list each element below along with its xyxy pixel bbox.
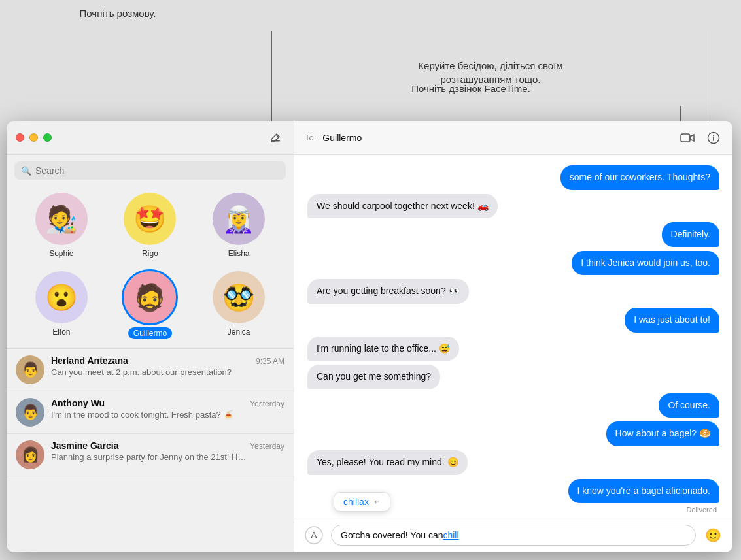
search-input[interactable]	[35, 165, 279, 176]
message-1: some of our coworkers. Thoughts?	[307, 165, 719, 190]
annotation-line-manage	[708, 31, 708, 123]
input-text-highlight: chill	[443, 530, 458, 540]
conv-name-anthony: Anthony Wu	[51, 398, 105, 408]
conv-item-herland[interactable]: 👨 Herland Antezana 9:35 AM Can you meet …	[7, 349, 294, 391]
avatar-elisha: 🧝‍♀️	[213, 193, 265, 245]
message-9: Of course.	[307, 393, 719, 418]
message-7: I'm running late to the office... 😅	[307, 337, 719, 361]
conv-content-jasmine: Jasmine Garcia Yesterday Planning a surp…	[51, 440, 284, 462]
avatar-elton: 😮	[35, 271, 88, 323]
annotation-line-compose	[271, 31, 272, 123]
message-8: Can you get me something?	[307, 365, 719, 389]
maximize-button[interactable]	[43, 133, 52, 142]
info-button[interactable]	[705, 129, 722, 146]
pinned-row-1: 🧑‍🎨 Sophie 🤩 Rigo 🧝‍♀️ Elisha	[7, 186, 294, 265]
chat-header: To: Guillermo	[294, 121, 732, 155]
message-11: Yes, please! You read my mind. 😊	[307, 450, 719, 475]
conv-preview-herland: Can you meet at 2 p.m. about our present…	[51, 367, 247, 377]
annotation-compose: Почніть розмову.	[46, 7, 190, 20]
close-button[interactable]	[16, 133, 24, 142]
traffic-lights	[16, 133, 52, 142]
conversation-list: 👨 Herland Antezana 9:35 AM Can you meet …	[7, 349, 294, 552]
message-input-display[interactable]: Gotcha covered! You can chill	[331, 525, 696, 546]
search-icon: 🔍	[21, 166, 31, 176]
bubble-7: I'm running late to the office... 😅	[307, 337, 459, 361]
message-6: I was just about to!	[307, 308, 719, 333]
pinned-contact-sophie[interactable]: 🧑‍🎨 Sophie	[35, 193, 88, 258]
bubble-10: How about a bagel? 🥯	[606, 421, 719, 446]
emoji-button[interactable]: 🙂	[702, 525, 723, 546]
autocomplete-return-icon: ↵	[374, 497, 381, 506]
svg-rect-2	[681, 134, 690, 142]
avatar-sophie: 🧑‍🎨	[35, 193, 88, 245]
pinned-row-2: 😮 Elton 🧔 Guillermo 🥸 Jenica	[7, 265, 294, 349]
titlebar	[7, 121, 294, 155]
annotation-facetime: Почніть дзвінок FaceTime.	[379, 82, 562, 95]
chat-panel: To: Guillermo	[294, 121, 732, 552]
autocomplete-word: chillax	[343, 497, 369, 507]
pinned-contact-guillermo[interactable]: 🧔 Guillermo	[124, 271, 176, 339]
bubble-9: Of course.	[659, 393, 719, 418]
search-bar[interactable]: 🔍	[14, 161, 286, 180]
avatar-jenica: 🥸	[213, 271, 265, 323]
conv-name-herland: Herland Antezana	[51, 355, 128, 366]
sidebar: 🔍 🧑‍🎨 Sophie 🤩 Rigo 🧝‍♀️ Elis	[7, 121, 294, 552]
message-5: Are you getting breakfast soon? 👀	[307, 279, 719, 304]
bubble-1: some of our coworkers. Thoughts?	[560, 165, 719, 190]
message-10: How about a bagel? 🥯	[307, 421, 719, 446]
compose-button[interactable]	[266, 129, 284, 147]
conv-content-herland: Herland Antezana 9:35 AM Can you meet at…	[51, 355, 284, 377]
contact-name-guillermo: Guillermo	[128, 327, 172, 339]
contact-name-sophie: Sophie	[49, 249, 73, 258]
conv-header-jasmine: Jasmine Garcia Yesterday	[51, 440, 284, 451]
chat-recipient: Guillermo	[322, 133, 672, 143]
bubble-11: Yes, please! You read my mind. 😊	[307, 450, 468, 475]
conv-time-anthony: Yesterday	[250, 399, 284, 408]
conv-item-jasmine[interactable]: 👩 Jasmine Garcia Yesterday Planning a su…	[7, 434, 294, 476]
conv-preview-jasmine: Planning a surprise party for Jenny on t…	[51, 452, 247, 462]
contact-name-rigo: Rigo	[142, 249, 158, 258]
bubble-5: Are you getting breakfast soon? 👀	[307, 279, 469, 304]
message-4: I think Jenica would join us, too.	[307, 251, 719, 276]
autocomplete-popup[interactable]: chillax ↵	[334, 492, 390, 512]
contact-name-elisha: Elisha	[228, 249, 250, 258]
svg-text:A: A	[311, 530, 317, 540]
bubble-4: I think Jenica would join us, too.	[572, 251, 719, 276]
apps-button[interactable]: A	[303, 525, 324, 546]
input-area: chillax ↵ A Gotcha covered! You can chil…	[294, 518, 732, 552]
pinned-contact-elton[interactable]: 😮 Elton	[35, 271, 88, 339]
contact-name-elton: Elton	[52, 327, 70, 337]
conv-header-herland: Herland Antezana 9:35 AM	[51, 355, 284, 366]
message-3: Definitely.	[307, 222, 719, 247]
conv-time-jasmine: Yesterday	[250, 442, 284, 451]
bubble-2: We should carpool together next week! 🚗	[307, 194, 498, 219]
facetime-video-button[interactable]	[679, 129, 696, 146]
conv-item-anthony[interactable]: 👨 Anthony Wu Yesterday I'm in the mood t…	[7, 391, 294, 434]
chat-actions	[679, 129, 722, 146]
conv-preview-anthony: I'm in the mood to cook tonight. Fresh p…	[51, 410, 247, 420]
minimize-button[interactable]	[29, 133, 38, 142]
input-text-before: Gotcha covered! You can	[341, 530, 443, 540]
avatar-jasmine: 👩	[16, 440, 44, 469]
svg-point-5	[713, 135, 714, 136]
message-2: We should carpool together next week! 🚗	[307, 194, 719, 219]
bubble-8: Can you get me something?	[307, 365, 440, 389]
to-label: To:	[305, 133, 316, 142]
avatar-guillermo: 🧔	[124, 271, 176, 323]
pinned-contact-jenica[interactable]: 🥸 Jenica	[213, 271, 265, 339]
main-window: 🔍 🧑‍🎨 Sophie 🤩 Rigo 🧝‍♀️ Elis	[7, 121, 732, 552]
bubble-6: I was just about to!	[625, 308, 719, 333]
pinned-contact-rigo[interactable]: 🤩 Rigo	[124, 193, 176, 258]
conv-content-anthony: Anthony Wu Yesterday I'm in the mood to …	[51, 398, 284, 420]
conv-name-jasmine: Jasmine Garcia	[51, 440, 119, 451]
avatar-herland: 👨	[16, 355, 44, 384]
contact-name-jenica: Jenica	[228, 327, 250, 337]
avatar-anthony: 👨	[16, 398, 44, 427]
messages-area: some of our coworkers. Thoughts? We shou…	[294, 155, 732, 518]
conv-time-herland: 9:35 AM	[256, 357, 284, 366]
bubble-3: Definitely.	[662, 222, 719, 247]
bubble-12: I know you're a bagel aficionado.	[568, 479, 719, 504]
conv-header-anthony: Anthony Wu Yesterday	[51, 398, 284, 408]
avatar-rigo: 🤩	[124, 193, 176, 245]
pinned-contact-elisha[interactable]: 🧝‍♀️ Elisha	[213, 193, 265, 258]
